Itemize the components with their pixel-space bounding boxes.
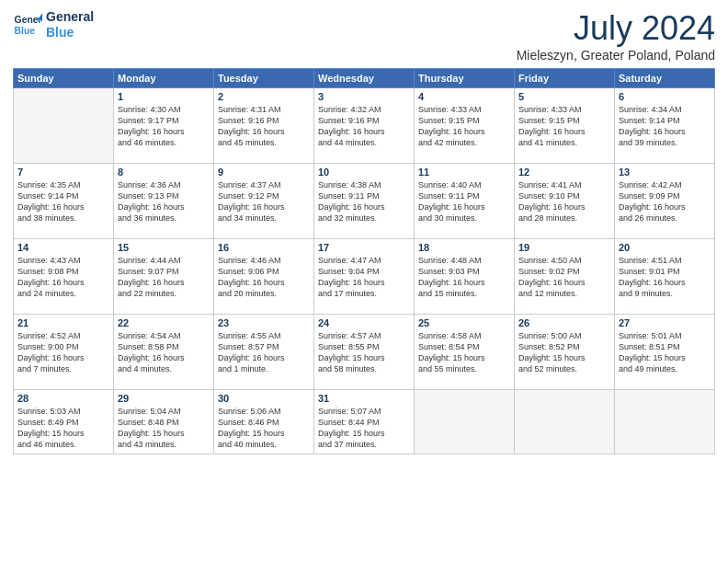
calendar-day-cell: 7Sunrise: 4:35 AM Sunset: 9:14 PM Daylig… — [14, 164, 114, 239]
calendar-week-row: 14Sunrise: 4:43 AM Sunset: 9:08 PM Dayli… — [14, 239, 715, 315]
calendar-day-cell — [515, 390, 615, 454]
day-number: 2 — [218, 91, 310, 102]
day-number: 7 — [17, 167, 109, 178]
day-info: Sunrise: 4:44 AM Sunset: 9:07 PM Dayligh… — [118, 255, 210, 300]
day-info: Sunrise: 4:36 AM Sunset: 9:13 PM Dayligh… — [118, 179, 210, 224]
day-info: Sunrise: 4:52 AM Sunset: 9:00 PM Dayligh… — [17, 330, 109, 375]
calendar-day-cell: 25Sunrise: 4:58 AM Sunset: 8:54 PM Dayli… — [415, 315, 515, 390]
calendar-day-header: Monday — [114, 69, 214, 88]
day-info: Sunrise: 4:38 AM Sunset: 9:11 PM Dayligh… — [318, 179, 410, 224]
day-number: 1 — [118, 91, 210, 102]
day-info: Sunrise: 5:07 AM Sunset: 8:44 PM Dayligh… — [318, 406, 410, 451]
calendar-day-cell: 21Sunrise: 4:52 AM Sunset: 9:00 PM Dayli… — [14, 315, 114, 390]
calendar-day-cell — [14, 88, 114, 164]
calendar-day-header: Sunday — [14, 69, 114, 88]
header: General Blue General Blue July 2024 Miel… — [13, 9, 715, 63]
day-number: 15 — [118, 242, 210, 253]
calendar-day-cell: 5Sunrise: 4:33 AM Sunset: 9:15 PM Daylig… — [515, 88, 615, 164]
calendar-week-row: 21Sunrise: 4:52 AM Sunset: 9:00 PM Dayli… — [14, 315, 715, 390]
day-number: 20 — [619, 242, 711, 253]
svg-text:Blue: Blue — [15, 25, 36, 35]
day-number: 14 — [17, 242, 109, 253]
logo-text-line2: Blue — [46, 25, 94, 40]
day-number: 28 — [17, 393, 109, 404]
day-info: Sunrise: 4:54 AM Sunset: 8:58 PM Dayligh… — [118, 330, 210, 375]
day-number: 23 — [218, 317, 310, 328]
day-number: 22 — [118, 317, 210, 328]
day-number: 29 — [118, 393, 210, 404]
calendar-day-cell: 27Sunrise: 5:01 AM Sunset: 8:51 PM Dayli… — [615, 315, 715, 390]
calendar-day-cell: 31Sunrise: 5:07 AM Sunset: 8:44 PM Dayli… — [314, 390, 415, 454]
day-info: Sunrise: 5:00 AM Sunset: 8:52 PM Dayligh… — [518, 330, 610, 375]
day-number: 13 — [619, 167, 711, 178]
day-info: Sunrise: 4:48 AM Sunset: 9:03 PM Dayligh… — [418, 255, 510, 300]
calendar-day-cell: 17Sunrise: 4:47 AM Sunset: 9:04 PM Dayli… — [314, 239, 415, 315]
day-info: Sunrise: 5:03 AM Sunset: 8:49 PM Dayligh… — [17, 406, 109, 451]
calendar-day-cell: 30Sunrise: 5:06 AM Sunset: 8:46 PM Dayli… — [214, 390, 314, 454]
day-info: Sunrise: 4:30 AM Sunset: 9:17 PM Dayligh… — [118, 104, 210, 149]
day-info: Sunrise: 4:46 AM Sunset: 9:06 PM Dayligh… — [218, 255, 310, 300]
calendar-header-row: SundayMondayTuesdayWednesdayThursdayFrid… — [14, 69, 715, 88]
calendar-day-header: Tuesday — [214, 69, 314, 88]
month-title: July 2024 — [517, 9, 715, 48]
day-info: Sunrise: 4:41 AM Sunset: 9:10 PM Dayligh… — [518, 179, 610, 224]
day-info: Sunrise: 4:47 AM Sunset: 9:04 PM Dayligh… — [318, 255, 410, 300]
calendar-day-header: Wednesday — [314, 69, 415, 88]
day-info: Sunrise: 4:31 AM Sunset: 9:16 PM Dayligh… — [218, 104, 310, 149]
calendar-day-cell: 24Sunrise: 4:57 AM Sunset: 8:55 PM Dayli… — [314, 315, 415, 390]
calendar-day-cell: 29Sunrise: 5:04 AM Sunset: 8:48 PM Dayli… — [114, 390, 214, 454]
day-info: Sunrise: 4:50 AM Sunset: 9:02 PM Dayligh… — [518, 255, 610, 300]
calendar-day-cell: 9Sunrise: 4:37 AM Sunset: 9:12 PM Daylig… — [214, 164, 314, 239]
calendar-week-row: 28Sunrise: 5:03 AM Sunset: 8:49 PM Dayli… — [14, 390, 715, 454]
calendar-day-cell: 11Sunrise: 4:40 AM Sunset: 9:11 PM Dayli… — [415, 164, 515, 239]
calendar-table: SundayMondayTuesdayWednesdayThursdayFrid… — [13, 68, 715, 454]
calendar-day-cell: 19Sunrise: 4:50 AM Sunset: 9:02 PM Dayli… — [515, 239, 615, 315]
day-info: Sunrise: 4:42 AM Sunset: 9:09 PM Dayligh… — [619, 179, 711, 224]
day-number: 25 — [418, 317, 510, 328]
day-info: Sunrise: 4:55 AM Sunset: 8:57 PM Dayligh… — [218, 330, 310, 375]
day-number: 16 — [218, 242, 310, 253]
day-info: Sunrise: 4:33 AM Sunset: 9:15 PM Dayligh… — [518, 104, 610, 149]
day-info: Sunrise: 4:32 AM Sunset: 9:16 PM Dayligh… — [318, 104, 410, 149]
calendar-day-cell: 10Sunrise: 4:38 AM Sunset: 9:11 PM Dayli… — [314, 164, 415, 239]
calendar-day-header: Thursday — [415, 69, 515, 88]
page: General Blue General Blue July 2024 Miel… — [0, 0, 728, 563]
calendar-day-cell: 22Sunrise: 4:54 AM Sunset: 8:58 PM Dayli… — [114, 315, 214, 390]
day-info: Sunrise: 5:06 AM Sunset: 8:46 PM Dayligh… — [218, 406, 310, 451]
day-info: Sunrise: 5:01 AM Sunset: 8:51 PM Dayligh… — [619, 330, 711, 375]
day-number: 31 — [318, 393, 410, 404]
calendar-day-cell: 28Sunrise: 5:03 AM Sunset: 8:49 PM Dayli… — [14, 390, 114, 454]
day-number: 6 — [619, 91, 711, 102]
calendar-day-cell: 2Sunrise: 4:31 AM Sunset: 9:16 PM Daylig… — [214, 88, 314, 164]
calendar-day-cell: 14Sunrise: 4:43 AM Sunset: 9:08 PM Dayli… — [14, 239, 114, 315]
day-info: Sunrise: 4:37 AM Sunset: 9:12 PM Dayligh… — [218, 179, 310, 224]
calendar-day-cell: 20Sunrise: 4:51 AM Sunset: 9:01 PM Dayli… — [615, 239, 715, 315]
day-number: 10 — [318, 167, 410, 178]
day-number: 24 — [318, 317, 410, 328]
day-number: 21 — [17, 317, 109, 328]
calendar-day-cell: 16Sunrise: 4:46 AM Sunset: 9:06 PM Dayli… — [214, 239, 314, 315]
day-info: Sunrise: 4:34 AM Sunset: 9:14 PM Dayligh… — [619, 104, 711, 149]
day-number: 3 — [318, 91, 410, 102]
day-info: Sunrise: 4:58 AM Sunset: 8:54 PM Dayligh… — [418, 330, 510, 375]
calendar-day-cell: 15Sunrise: 4:44 AM Sunset: 9:07 PM Dayli… — [114, 239, 214, 315]
day-info: Sunrise: 4:33 AM Sunset: 9:15 PM Dayligh… — [418, 104, 510, 149]
day-info: Sunrise: 4:40 AM Sunset: 9:11 PM Dayligh… — [418, 179, 510, 224]
calendar-week-row: 1Sunrise: 4:30 AM Sunset: 9:17 PM Daylig… — [14, 88, 715, 164]
calendar-day-cell: 18Sunrise: 4:48 AM Sunset: 9:03 PM Dayli… — [415, 239, 515, 315]
day-info: Sunrise: 5:04 AM Sunset: 8:48 PM Dayligh… — [118, 406, 210, 451]
calendar-day-cell: 26Sunrise: 5:00 AM Sunset: 8:52 PM Dayli… — [515, 315, 615, 390]
title-block: July 2024 Mieleszyn, Greater Poland, Pol… — [517, 9, 715, 63]
day-number: 18 — [418, 242, 510, 253]
logo-icon: General Blue — [13, 10, 42, 40]
calendar-day-cell: 8Sunrise: 4:36 AM Sunset: 9:13 PM Daylig… — [114, 164, 214, 239]
calendar-day-cell — [415, 390, 515, 454]
calendar-day-cell: 1Sunrise: 4:30 AM Sunset: 9:17 PM Daylig… — [114, 88, 214, 164]
day-number: 27 — [619, 317, 711, 328]
calendar-week-row: 7Sunrise: 4:35 AM Sunset: 9:14 PM Daylig… — [14, 164, 715, 239]
calendar-day-cell: 3Sunrise: 4:32 AM Sunset: 9:16 PM Daylig… — [314, 88, 415, 164]
day-number: 8 — [118, 167, 210, 178]
day-info: Sunrise: 4:43 AM Sunset: 9:08 PM Dayligh… — [17, 255, 109, 300]
day-info: Sunrise: 4:51 AM Sunset: 9:01 PM Dayligh… — [619, 255, 711, 300]
calendar-day-cell: 12Sunrise: 4:41 AM Sunset: 9:10 PM Dayli… — [515, 164, 615, 239]
